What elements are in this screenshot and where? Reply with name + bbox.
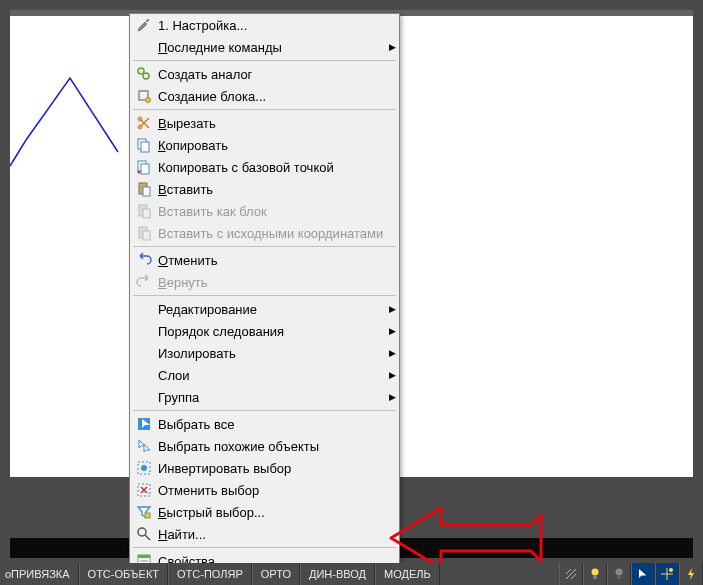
quick-select-icon	[130, 501, 158, 523]
svg-point-1	[143, 73, 149, 79]
copy-base-icon	[130, 156, 158, 178]
status-ots-polar[interactable]: ОТС-ПОЛЯР	[168, 563, 252, 585]
invert-icon	[130, 457, 158, 479]
svg-rect-32	[618, 576, 621, 579]
svg-point-0	[138, 68, 144, 74]
status-bulb-icon[interactable]	[583, 563, 607, 585]
menu-separator	[133, 547, 396, 548]
menu-label: Слои	[158, 368, 385, 383]
menu-item-recent[interactable]: Последние команды ▶	[130, 36, 399, 58]
menu-label: Создание блока...	[158, 89, 399, 104]
svg-point-33	[669, 568, 673, 572]
menu-separator	[133, 410, 396, 411]
menu-label: Порядок следования	[158, 324, 385, 339]
menu-item-paste[interactable]: Вставить	[130, 178, 399, 200]
menu-label: Отменить	[158, 253, 399, 268]
menu-item-create-block[interactable]: Создание блока...	[130, 85, 399, 107]
svg-rect-30	[594, 576, 597, 579]
svg-point-10	[138, 171, 141, 174]
polyline-shape	[10, 48, 130, 168]
undo-icon	[130, 249, 158, 271]
status-cursor-icon[interactable]	[631, 563, 655, 585]
status-bulb2-icon[interactable]	[607, 563, 631, 585]
svg-rect-7	[141, 142, 149, 152]
menu-label: Вставить	[158, 182, 399, 197]
menu-label: Группа	[158, 390, 385, 405]
menu-label: Вырезать	[158, 116, 399, 131]
menu-label: Последние команды	[158, 40, 385, 55]
svg-point-29	[592, 569, 599, 576]
copy-icon	[130, 134, 158, 156]
menu-item-create-analog[interactable]: Создать аналог	[130, 63, 399, 85]
paste-orig-icon	[130, 222, 158, 244]
status-crosshair-icon[interactable]	[655, 563, 679, 585]
status-ortho[interactable]: ОРТО	[252, 563, 300, 585]
menu-item-cut[interactable]: Вырезать	[130, 112, 399, 134]
status-lightning-icon[interactable]	[679, 563, 703, 585]
menu-label: Редактирование	[158, 302, 385, 317]
status-model[interactable]: МОДЕЛЬ	[375, 563, 440, 585]
menu-label: Инвертировать выбор	[158, 461, 399, 476]
menu-item-copy[interactable]: Копировать	[130, 134, 399, 156]
search-icon	[130, 523, 158, 545]
menu-separator	[133, 246, 396, 247]
submenu-arrow-icon: ▶	[385, 348, 399, 358]
menu-item-paste-orig: Вставить с исходными координатами	[130, 222, 399, 244]
svg-rect-16	[143, 231, 150, 240]
svg-rect-14	[143, 209, 150, 218]
svg-point-19	[141, 465, 147, 471]
menu-item-settings-1[interactable]: 1. Настройка...	[130, 14, 399, 36]
svg-rect-9	[141, 164, 149, 174]
menu-item-quick-select[interactable]: Быстрый выбор...	[130, 501, 399, 523]
menu-separator	[133, 295, 396, 296]
paste-icon	[130, 178, 158, 200]
select-similar-icon	[130, 435, 158, 457]
menu-item-draw-order[interactable]: Порядок следования ▶	[130, 320, 399, 342]
menu-item-isolate[interactable]: Изолировать ▶	[130, 342, 399, 364]
menu-label: Вставить с исходными координатами	[158, 226, 399, 241]
menu-item-select-similar[interactable]: Выбрать похожие объекты	[130, 435, 399, 457]
menu-label: Вернуть	[158, 275, 399, 290]
menu-item-edit[interactable]: Редактирование ▶	[130, 298, 399, 320]
menu-label: Выбрать все	[158, 417, 399, 432]
submenu-arrow-icon: ▶	[385, 304, 399, 314]
wrench-icon	[130, 14, 158, 36]
analog-icon	[130, 63, 158, 85]
menu-item-layers[interactable]: Слои ▶	[130, 364, 399, 386]
menu-item-invert[interactable]: Инвертировать выбор	[130, 457, 399, 479]
submenu-arrow-icon: ▶	[385, 326, 399, 336]
svg-rect-21	[145, 513, 150, 518]
redo-icon	[130, 271, 158, 293]
submenu-arrow-icon: ▶	[385, 42, 399, 52]
svg-rect-12	[143, 187, 150, 196]
menu-item-select-all[interactable]: Выбрать все	[130, 413, 399, 435]
menu-label: Вставить как блок	[158, 204, 399, 219]
menu-label: Изолировать	[158, 346, 385, 361]
status-dyn-input[interactable]: ДИН-ВВОД	[300, 563, 375, 585]
menu-label: Выбрать похожие объекты	[158, 439, 399, 454]
menu-item-group[interactable]: Группа ▶	[130, 386, 399, 408]
status-osnap[interactable]: оПРИВЯЗКА	[0, 563, 79, 585]
scissors-icon	[130, 112, 158, 134]
menu-label: Создать аналог	[158, 67, 399, 82]
deselect-icon	[130, 479, 158, 501]
menu-label: Копировать с базовой точкой	[158, 160, 399, 175]
menu-label: Отменить выбор	[158, 483, 399, 498]
menu-item-find[interactable]: Найти...	[130, 523, 399, 545]
menu-label: Быстрый выбор...	[158, 505, 399, 520]
menu-item-undo[interactable]: Отменить	[130, 249, 399, 271]
menu-item-deselect[interactable]: Отменить выбор	[130, 479, 399, 501]
submenu-arrow-icon: ▶	[385, 392, 399, 402]
status-ots-object[interactable]: ОТС-ОБЪЕКТ	[79, 563, 168, 585]
block-icon	[130, 85, 158, 107]
menu-label: Найти...	[158, 527, 399, 542]
menu-separator	[133, 60, 396, 61]
svg-point-3	[146, 98, 151, 103]
menu-label: 1. Настройка...	[158, 18, 399, 33]
status-bar: оПРИВЯЗКА ОТС-ОБЪЕКТ ОТС-ПОЛЯР ОРТО ДИН-…	[0, 563, 703, 585]
svg-rect-24	[138, 555, 150, 558]
status-hatch-icon[interactable]	[559, 563, 583, 585]
select-all-icon	[130, 413, 158, 435]
menu-item-copy-base[interactable]: Копировать с базовой точкой	[130, 156, 399, 178]
menu-item-paste-block: Вставить как блок	[130, 200, 399, 222]
